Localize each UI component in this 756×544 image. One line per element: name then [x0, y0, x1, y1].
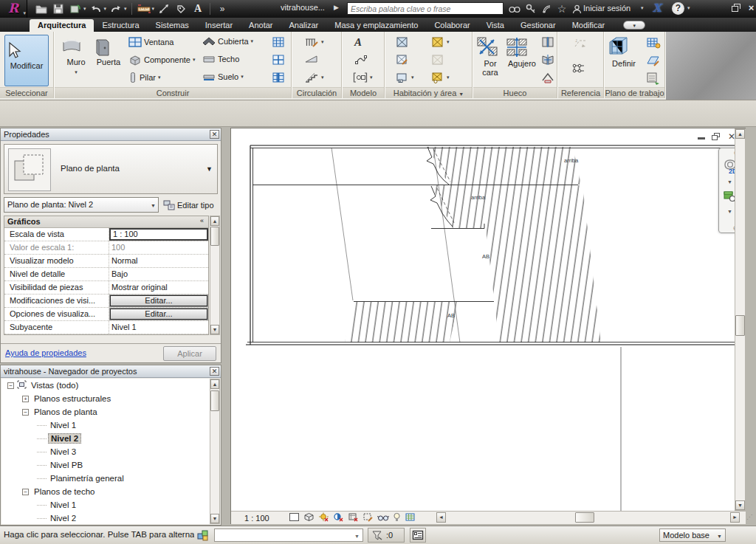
- chevron-down-icon[interactable]: ▼: [206, 165, 213, 173]
- model-line-button[interactable]: [354, 54, 368, 66]
- scroll-down-arrow[interactable]: ▼: [735, 500, 745, 510]
- property-value[interactable]: 1 : 100: [109, 228, 208, 241]
- model-group-button[interactable]: ▾: [353, 72, 373, 83]
- sun-path-icon[interactable]: [318, 512, 329, 522]
- worksets-dropdown[interactable]: ▼: [214, 528, 363, 542]
- shadows-icon[interactable]: [333, 512, 344, 522]
- scroll-up-arrow[interactable]: ▲: [735, 129, 745, 139]
- document-flyout-arrow[interactable]: ▶: [334, 4, 339, 11]
- scrollbar-thumb[interactable]: [735, 315, 745, 336]
- tree-item-nivel-2[interactable]: Nivel 2: [1, 512, 220, 524]
- wall-button[interactable]: Muro▾: [61, 35, 92, 86]
- toolbar-overflow-button[interactable]: »: [215, 2, 230, 16]
- workplane-viewer-button[interactable]: [646, 72, 661, 85]
- undo-button[interactable]: [89, 2, 103, 16]
- browser-scrollbar[interactable]: ▲ ▼: [210, 379, 220, 524]
- tab-anotar[interactable]: Anotar: [241, 19, 281, 32]
- tab-gestionar[interactable]: Gestionar: [512, 19, 564, 32]
- property-row[interactable]: Visibilidad de piezasMostrar original: [4, 281, 208, 295]
- tab-vista[interactable]: Vista: [478, 19, 512, 32]
- scroll-up-arrow[interactable]: ▲: [210, 216, 219, 226]
- canvas-horizontal-scrollbar[interactable]: ◄ ►: [436, 512, 740, 523]
- collapse-icon[interactable]: −: [22, 489, 29, 495]
- property-row[interactable]: SubyacenteNivel 1: [4, 321, 208, 334]
- property-value[interactable]: Bajo: [109, 268, 208, 280]
- minimize-button[interactable]: [718, 4, 729, 13]
- tree-item-planimetr-a-general[interactable]: Planimetría general: [1, 472, 220, 485]
- save-button[interactable]: [51, 2, 66, 16]
- detail-level-icon[interactable]: [289, 512, 300, 522]
- vertical-opening-button[interactable]: [541, 54, 554, 66]
- collapse-icon[interactable]: −: [7, 382, 14, 389]
- tree-item-vistas-todo-[interactable]: −Vistas (todo): [1, 379, 220, 392]
- editable-only-button[interactable]: [410, 528, 426, 543]
- area-button[interactable]: ▾: [431, 36, 450, 48]
- mullion-button[interactable]: [272, 72, 285, 83]
- panel-label[interactable]: Modelo: [343, 87, 384, 98]
- tag-room-button[interactable]: ▾: [396, 72, 414, 83]
- tab-analizar[interactable]: Analizar: [281, 19, 327, 32]
- worksets-icon[interactable]: [196, 528, 210, 543]
- reference-plane-button[interactable]: 1: [573, 38, 588, 49]
- edit-button[interactable]: Editar...: [110, 295, 207, 306]
- analytical-model-icon[interactable]: [405, 512, 416, 522]
- crop-view-icon[interactable]: [348, 512, 359, 522]
- reveal-hidden-icon[interactable]: [393, 512, 401, 522]
- tab-arquitectura[interactable]: Arquitectura: [30, 19, 94, 32]
- close-icon[interactable]: ✕: [210, 130, 219, 139]
- stair-button[interactable]: ▾: [304, 72, 324, 83]
- window-button[interactable]: Ventana: [128, 36, 173, 48]
- opening-by-face-button[interactable]: Por cara: [476, 35, 504, 86]
- tag-button[interactable]: [173, 2, 188, 16]
- section-graficos[interactable]: Gráficos «: [4, 216, 208, 228]
- close-icon[interactable]: ✕: [210, 367, 219, 376]
- tab-sistemas[interactable]: Sistemas: [148, 19, 197, 32]
- property-row[interactable]: Escala de vista1 : 100: [4, 228, 208, 241]
- floor-button[interactable]: Suelo▾: [202, 72, 244, 82]
- reference-point-button[interactable]: [571, 63, 586, 75]
- ramp-button[interactable]: [304, 54, 319, 64]
- tag-area-button[interactable]: ▾: [431, 72, 450, 83]
- panel-label[interactable]: Plano de trabajo: [605, 87, 664, 98]
- chevron-down-icon[interactable]: ▾: [104, 6, 107, 12]
- edit-type-button[interactable]: Editar tipo: [163, 198, 219, 213]
- column-button[interactable]: Pilar▾: [128, 72, 161, 83]
- wall-opening-button[interactable]: [541, 36, 554, 48]
- show-workplane-button[interactable]: [646, 36, 661, 49]
- favorites-button[interactable]: ☆: [555, 2, 568, 16]
- properties-help-link[interactable]: Ayuda de propiedades: [5, 348, 86, 357]
- chevron-down-icon[interactable]: ▾: [83, 6, 86, 12]
- panel-label[interactable]: Construir: [55, 87, 291, 98]
- scrollbar-thumb[interactable]: [210, 227, 219, 246]
- door-button[interactable]: Puerta: [93, 35, 124, 86]
- apply-button[interactable]: Aplicar: [163, 346, 216, 361]
- panel-label[interactable]: Referencia: [558, 87, 603, 98]
- application-menu-button[interactable]: R ▾: [0, 0, 27, 18]
- workplane-sketch-button[interactable]: [646, 54, 661, 67]
- tree-item-planos-de-planta[interactable]: −Planos de planta: [1, 405, 220, 419]
- panel-label[interactable]: Circulación: [292, 87, 341, 98]
- search-help-button[interactable]: [508, 2, 521, 16]
- chevron-down-icon[interactable]: ▼: [727, 179, 732, 185]
- property-row[interactable]: Valor de escala 1:100: [4, 241, 208, 255]
- hide-isolate-icon[interactable]: [377, 513, 389, 522]
- tree-item-nivel-1[interactable]: Nivel 1: [1, 498, 220, 512]
- redo-button[interactable]: [109, 2, 123, 16]
- browser-title-bar[interactable]: vitrahouse - Navegador de proyectos ✕: [1, 365, 221, 378]
- sync-button[interactable]: [68, 2, 83, 16]
- panel-label[interactable]: Habitación y área ▼: [385, 87, 472, 98]
- collapse-icon[interactable]: «: [200, 217, 204, 224]
- view-restore-icon[interactable]: [712, 133, 721, 141]
- tree-item-planos-estructurales[interactable]: +Planos estructurales: [1, 392, 220, 405]
- curtain-grid-button[interactable]: [272, 54, 285, 66]
- tab-insertar[interactable]: Insertar: [197, 19, 241, 32]
- chevron-down-icon[interactable]: ▾: [124, 6, 127, 12]
- curtain-system-button[interactable]: [272, 36, 285, 48]
- design-option-dropdown[interactable]: Modelo base ▼: [659, 528, 726, 542]
- property-value[interactable]: Mostrar original: [109, 281, 208, 294]
- resize-grip[interactable]: ⋰: [746, 512, 756, 524]
- subscription-button[interactable]: [524, 2, 537, 16]
- property-row[interactable]: Modificaciones de visi...Editar...: [4, 295, 208, 308]
- property-value[interactable]: Editar...: [109, 295, 208, 307]
- tree-item-nivel-2[interactable]: Nivel 2: [1, 432, 220, 445]
